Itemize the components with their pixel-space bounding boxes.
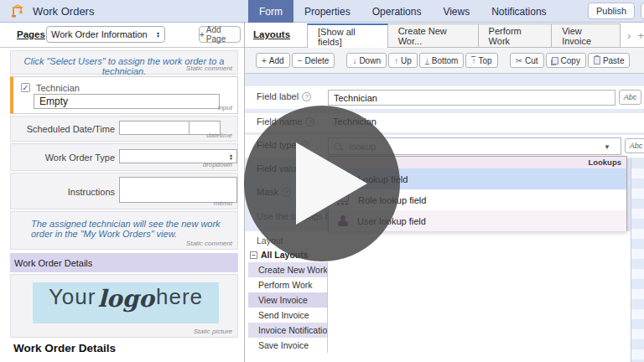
layout-tab-create-new-work[interactable]: Create New Wor...	[388, 23, 479, 48]
details-heading: Work Order Details	[13, 342, 116, 354]
tab-operations[interactable]: Operations	[361, 0, 433, 23]
layout-tabs: [Show all fields] Create New Wor... Perf…	[307, 23, 644, 48]
tab-notifications[interactable]: Notifications	[480, 0, 557, 23]
crane-icon	[11, 4, 26, 18]
main-tabs: Form Properties Operations Views Notific…	[248, 0, 558, 23]
page-select[interactable]: Work Order Information ▲▼	[46, 26, 165, 43]
publish-button[interactable]: Publish	[588, 3, 635, 19]
move-up-button[interactable]: ↑Up	[388, 53, 418, 68]
layout-tab-show-all-fields[interactable]: [Show all fields]	[307, 23, 388, 49]
add-page-button[interactable]: + Add Page	[199, 26, 241, 43]
technician-label: Technician	[36, 83, 80, 93]
arrow-down-icon: ↓	[352, 56, 356, 65]
cut-button[interactable]: ✂Cut	[510, 53, 544, 68]
move-bottom-button[interactable]: ↓Bottom	[419, 53, 465, 68]
layout-tab-view-invoice[interactable]: View Invoice	[552, 23, 621, 48]
checkbox-checked-icon[interactable]: ✓	[21, 83, 30, 92]
work-order-type-row[interactable]: Work Order Type ▲▼ dropdown	[10, 143, 238, 171]
field-label-input[interactable]: Technician	[328, 90, 615, 106]
static-picture-row[interactable]: Your logo here Static picture	[10, 274, 238, 338]
layouts-bar: Layouts [Show all fields] Create New Wor…	[244, 23, 644, 48]
collapse-icon[interactable]: −	[250, 251, 257, 259]
paste-icon	[594, 56, 600, 65]
work-order-type-label: Work Order Type	[16, 153, 115, 163]
top-bar: Work Orders Form Properties Operations V…	[0, 0, 644, 23]
static-comment-text: The assigned technician will see the new…	[11, 212, 237, 239]
field-type-caption: input	[218, 104, 232, 111]
scheduled-row[interactable]: Scheduled Date/Time datetime	[10, 116, 238, 142]
static-comment-text: Click "Select Users" to assign the work …	[11, 51, 237, 76]
delete-field-button[interactable]: −Delete	[292, 53, 335, 68]
help-icon[interactable]	[302, 92, 311, 101]
move-down-button[interactable]: ↓Down	[346, 53, 387, 68]
scissors-icon: ✂	[516, 56, 522, 65]
arrow-to-bottom-icon: ↓	[425, 56, 429, 65]
arrow-to-top-icon: ↑	[471, 56, 475, 65]
section-header[interactable]: Work Order Details	[10, 253, 238, 272]
copy-button[interactable]: Copy	[546, 53, 586, 68]
instructions-label: Instructions	[16, 187, 115, 197]
caret-down-icon[interactable]: ▼	[604, 143, 610, 151]
layouts-link[interactable]: Layouts	[253, 29, 290, 39]
tab-properties[interactable]: Properties	[293, 0, 361, 23]
field-type-caption: dropdown	[203, 161, 232, 168]
logo-text: here	[156, 284, 203, 310]
scheduled-label: Scheduled Date/Time	[16, 124, 115, 134]
chevron-right-icon[interactable]: ›	[627, 29, 631, 42]
layout-item-perform-work[interactable]: Perform Work	[248, 277, 328, 292]
static-comment-row-2[interactable]: The assigned technician will see the new…	[10, 211, 238, 250]
paste-button[interactable]: Paste	[588, 53, 631, 68]
layout-item-save-invoice[interactable]: Save Invoice	[248, 338, 328, 353]
field-type-caption: memo	[214, 199, 232, 207]
stepper-icon: ▲▼	[229, 153, 233, 160]
technician-input[interactable]: Empty	[34, 94, 220, 109]
abc-format-button[interactable]: Abc	[619, 90, 641, 105]
grid-stripe-column	[631, 158, 644, 362]
stepper-icon: ▲▼	[156, 31, 160, 38]
pages-bar: Pages Work Order Information ▲▼ + Add Pa…	[0, 23, 244, 48]
layout-item-view-invoice[interactable]: View Invoice	[248, 292, 328, 308]
logo-text: logo	[97, 285, 154, 313]
move-top-button[interactable]: ↑Top	[465, 53, 497, 68]
field-type-caption: Static comment	[186, 240, 232, 247]
layout-item-create-new-work-order[interactable]: Create New Work O...	[248, 262, 328, 277]
field-label-label: Field label	[257, 91, 311, 101]
page-title: Work Orders	[33, 5, 94, 18]
page-select-value: Work Order Information	[51, 29, 156, 39]
instructions-row[interactable]: Instructions memo	[10, 173, 238, 209]
plus-icon: +	[200, 30, 205, 39]
add-field-button[interactable]: +Add	[256, 53, 290, 68]
pages-link[interactable]: Pages	[17, 29, 45, 39]
logo-placeholder: Your logo here	[33, 282, 219, 323]
field-type-caption: datetime	[206, 132, 232, 139]
layout-item-send-invoice[interactable]: Send Invoice	[248, 308, 328, 323]
tab-views[interactable]: Views	[432, 0, 480, 23]
app-window: Work Orders Form Properties Operations V…	[0, 0, 644, 362]
tab-form[interactable]: Form	[248, 0, 293, 23]
date-input[interactable]	[119, 121, 190, 135]
play-icon[interactable]	[296, 142, 367, 225]
field-type-caption: Static picture	[194, 328, 232, 335]
exit-button[interactable]: Exit	[641, 3, 644, 19]
copy-icon	[552, 57, 558, 65]
layout-tab-perform-work[interactable]: Perform Work	[479, 23, 553, 48]
abc-format-button[interactable]: Abc	[625, 138, 644, 153]
add-tab-icon[interactable]: +	[637, 29, 644, 42]
fields-toolbar: +Add −Delete ↓Down ↑Up ↓Bottom ↑Top ✂Cut…	[245, 48, 644, 74]
minus-icon: −	[298, 56, 303, 65]
arrow-up-icon: ↑	[394, 56, 398, 65]
logo-text: Your	[49, 284, 96, 310]
static-comment-row[interactable]: Click "Select Users" to assign the work …	[10, 50, 238, 75]
field-type-caption: Static comment	[186, 65, 232, 72]
technician-field-row[interactable]: ✓ Technician Empty input	[10, 76, 238, 114]
plus-icon: +	[262, 56, 267, 65]
layout-item-invoice-notification[interactable]: Invoice Notification ...	[248, 323, 328, 338]
